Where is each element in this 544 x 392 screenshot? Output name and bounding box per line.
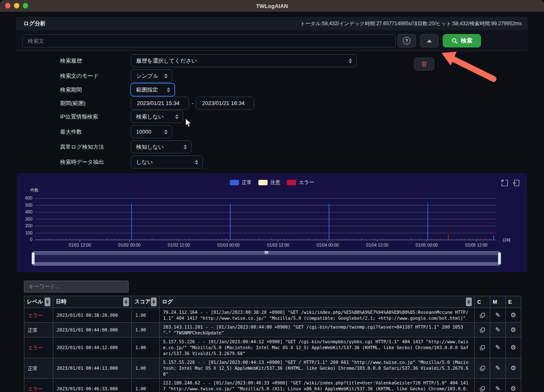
slider-left-handle[interactable] [32, 252, 35, 265]
level-cell: 正常 [24, 358, 53, 379]
zoom-select-icon[interactable] [501, 179, 508, 187]
copy-log-button[interactable] [478, 327, 486, 333]
axis-label: 01/04 00:00 [317, 243, 339, 247]
histogram-bar [493, 235, 494, 236]
legend-item[interactable]: 注意 [258, 179, 280, 186]
histogram-bar [102, 239, 103, 240]
extract-select[interactable]: しない [131, 155, 203, 168]
close-window-button[interactable] [5, 3, 11, 8]
table-row[interactable]: エラー2023/01/01 00:38:20.0001.0079.24.112.… [24, 308, 521, 323]
maximize-window-button[interactable] [23, 3, 28, 8]
histogram-bar [201, 239, 202, 240]
log-settings-button[interactable]: ⚙ [509, 364, 518, 372]
chart-toolbox [501, 179, 520, 187]
histogram-bar [399, 239, 399, 240]
delete-history-button[interactable] [414, 58, 434, 71]
histogram-bar [440, 239, 441, 240]
history-select[interactable]: 履歴を選択してください [131, 54, 357, 67]
axis-label: 01/03 12:00 [267, 243, 289, 247]
edit-log-button[interactable]: ✎ [494, 344, 502, 351]
table-row[interactable]: 正常2023/01/01 00:44:00.0001.00203.143.111… [24, 323, 521, 337]
period-select[interactable]: 範囲指定 [131, 83, 175, 96]
updown-arrows-icon [349, 58, 352, 63]
histogram-bar [419, 239, 420, 240]
action-cell [475, 308, 490, 323]
updown-arrows-icon [195, 160, 198, 165]
help-button[interactable]: ? [397, 34, 416, 47]
mode-select[interactable]: シンプル [131, 69, 172, 82]
histogram-bar [78, 239, 79, 240]
axis-label: 01/05 00:00 [416, 243, 438, 247]
histogram-bar [61, 239, 62, 240]
edit-log-button[interactable]: ✎ [494, 311, 502, 319]
histogram-bar [423, 239, 424, 240]
log-settings-button[interactable]: ⚙ [509, 385, 518, 392]
col-log: ログ [162, 298, 173, 305]
histogram-bar [419, 239, 420, 239]
table-row[interactable]: エラー2023/01/01 00:44:12.0001.005.157.55.2… [24, 337, 521, 358]
histogram-bar [465, 239, 465, 239]
table-row[interactable]: エラー2023/01/01 00:46:33.0001.00222.180.24… [24, 379, 521, 392]
range-start-input[interactable]: 2023/01/21 15:34 [131, 97, 189, 110]
histogram-bar [345, 239, 346, 240]
histogram-bar [197, 239, 198, 239]
max-select[interactable]: 10000 [131, 125, 172, 138]
histogram-bar [444, 239, 445, 240]
axis-label: 01/01 12:00 [69, 243, 91, 247]
legend-item[interactable]: 正常 [230, 179, 252, 186]
zoom-reset-icon[interactable] [512, 179, 520, 187]
legend-swatch-icon [258, 180, 268, 185]
histogram-bar [185, 239, 186, 239]
axis-label: 日時 [502, 238, 511, 242]
search-input[interactable] [22, 34, 396, 47]
anomaly-label: 異常ログ検知方法 [60, 143, 104, 151]
edit-log-button[interactable]: ✎ [494, 326, 502, 334]
time-range-slider[interactable] [33, 251, 500, 266]
slider-right-handle[interactable] [498, 252, 501, 265]
histogram-bar [287, 239, 288, 240]
edit-log-button[interactable]: ✎ [494, 385, 502, 392]
collapse-panel-button[interactable] [420, 34, 439, 47]
sort-log-button[interactable] [466, 297, 472, 306]
copy-log-button[interactable] [478, 345, 486, 351]
histogram-bar [333, 239, 334, 240]
histogram-bar [308, 239, 309, 239]
search-button[interactable]: 検索 [443, 34, 481, 47]
keyword-filter-input[interactable] [24, 281, 129, 292]
table-row[interactable]: 正常2023/01/01 00:44:13.0001.005.157.55.22… [24, 358, 521, 379]
log-settings-button[interactable]: ⚙ [509, 326, 518, 334]
histogram-bar [427, 203, 428, 240]
sort-score-button[interactable] [151, 297, 157, 306]
action-cell: ✎ [490, 358, 506, 379]
minimize-window-button[interactable] [14, 3, 19, 8]
histogram-bar [222, 239, 223, 240]
app-window: TWLogAIAN ログ分析 トータル:58,432/インデック時間:27.65… [0, 0, 544, 392]
histogram-bar [440, 239, 441, 239]
edit-log-button[interactable]: ✎ [494, 364, 502, 372]
log-settings-button[interactable]: ⚙ [509, 311, 518, 319]
histogram-bar [86, 239, 87, 240]
histogram-bar [341, 239, 342, 240]
histogram-bar [448, 239, 449, 240]
axis-label: 500 [25, 203, 32, 208]
sort-level-button[interactable] [45, 297, 50, 306]
action-cell: ⚙ [506, 358, 521, 379]
anomaly-select[interactable]: 検知しない [131, 140, 192, 153]
ip-select[interactable]: 検索しない [131, 110, 183, 123]
histogram-bar [296, 239, 297, 240]
copy-log-button[interactable] [478, 365, 486, 371]
histogram-bar [308, 239, 309, 240]
datetime-cell: 2023/01/01 00:44:00.000 [53, 323, 132, 337]
slider-grip[interactable] [265, 251, 268, 254]
sort-datetime-button[interactable] [123, 297, 129, 306]
histogram-bar [374, 239, 375, 240]
legend-item[interactable]: エラー [287, 179, 314, 186]
histogram-bar [468, 239, 469, 239]
range-end-input[interactable]: 2023/01/21 16:34 [196, 97, 254, 110]
copy-log-button[interactable] [478, 312, 486, 318]
log-settings-button[interactable]: ⚙ [509, 344, 518, 351]
ip-select-value: 検索しない [136, 113, 164, 121]
copy-log-button[interactable] [478, 386, 486, 392]
histogram-bar [57, 239, 58, 240]
histogram-bar [94, 239, 95, 240]
